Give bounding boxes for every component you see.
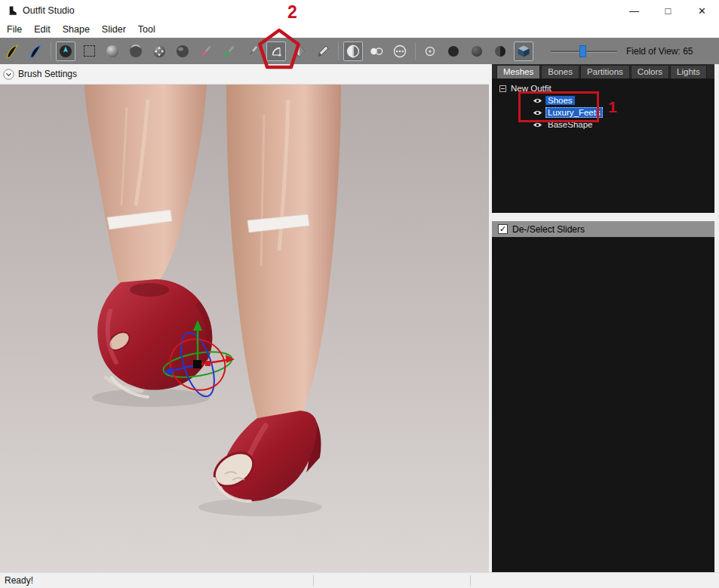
xmirror-toggle-icon[interactable] (343, 42, 363, 61)
mesh-tree-panel: New Outfit Shoes Luxury_Feets (492, 79, 714, 213)
tree-node-luxury-feets[interactable]: Luxury_Feets (499, 106, 714, 119)
statusbar-separator (470, 575, 471, 586)
tree-node-shoes[interactable]: Shoes (499, 94, 714, 106)
alpha-brush-icon[interactable] (243, 42, 263, 61)
app-icon (7, 5, 18, 17)
chevron-down-icon[interactable] (3, 69, 14, 80)
maximize-button[interactable]: □ (651, 0, 685, 21)
tab-colors[interactable]: Colors (631, 65, 669, 79)
cube-icon[interactable] (514, 42, 533, 61)
menu-slider[interactable]: Slider (96, 24, 132, 35)
eye-icon[interactable] (533, 109, 542, 116)
tab-partitions[interactable]: Partitions (580, 65, 630, 79)
menu-bar: File Edit Shape Slider Tool (0, 21, 719, 38)
collapse-icon[interactable] (499, 85, 506, 92)
window-title: Outfit Studio (23, 5, 75, 16)
mesh-label-luxury-feets[interactable]: Luxury_Feets (545, 107, 603, 118)
panel-tabs: Meshes Bones Partitions Colors Lights (492, 64, 714, 79)
outfit-studio-window: Outfit Studio — □ ✕ File Edit Shape Slid… (0, 0, 719, 588)
transform-tool-icon[interactable] (266, 42, 286, 61)
shaded-circle-icon[interactable] (467, 42, 487, 61)
gizmo-x-handle (205, 361, 210, 366)
move-brush-icon[interactable] (149, 42, 169, 61)
fov-slider[interactable] (551, 42, 617, 61)
eye-icon[interactable] (533, 97, 542, 104)
minimize-button[interactable]: — (617, 0, 651, 21)
tab-meshes[interactable]: Meshes (496, 65, 540, 79)
ring-dot-icon[interactable] (420, 42, 440, 61)
eye-icon[interactable] (533, 122, 542, 128)
deselect-sliders-header: ✓ De-/Select Sliders (492, 221, 714, 237)
render-scene (0, 85, 489, 572)
close-button[interactable]: ✕ (685, 0, 719, 21)
viewport-3d[interactable] (0, 85, 489, 572)
tab-bones[interactable]: Bones (541, 65, 579, 79)
statusbar-separator (313, 575, 314, 586)
fov-label: Field of View: 65 (626, 46, 693, 57)
toolbar-separator (51, 42, 51, 60)
brush-stroke-blue-icon[interactable] (26, 42, 45, 61)
twin-circles-icon[interactable] (367, 42, 386, 61)
deselect-sliders-checkbox[interactable]: ✓ (498, 224, 508, 234)
dotted-circle-icon[interactable] (390, 42, 410, 61)
brush-settings-label: Brush Settings (18, 69, 77, 79)
tree-root-label: New Outfit (511, 84, 552, 93)
menu-edit[interactable]: Edit (28, 24, 57, 35)
menu-tool[interactable]: Tool (132, 24, 161, 35)
menu-shape[interactable]: Shape (57, 24, 96, 35)
toolbar-separator (415, 42, 416, 60)
tree-node-baseshape[interactable]: BaseShape (499, 119, 714, 131)
sliders-list-area[interactable] (492, 237, 714, 572)
menu-file[interactable]: File (1, 24, 28, 35)
smooth-brush-icon[interactable] (173, 42, 192, 61)
solid-circle-icon[interactable] (444, 42, 463, 61)
toolbar-separator (338, 42, 339, 60)
navigate-sphere-icon[interactable] (56, 42, 75, 61)
fov-slider-thumb[interactable] (579, 45, 586, 57)
flip-edge-icon[interactable] (290, 42, 309, 61)
right-column: Meshes Bones Partitions Colors Lights Ne… (492, 64, 719, 572)
panel-gap (492, 213, 714, 221)
left-shoe-shadow (92, 389, 210, 407)
deflate-brush-icon[interactable] (126, 42, 146, 61)
main-content: Brush Settings (0, 64, 719, 572)
half-circle-icon[interactable] (490, 42, 510, 61)
inflate-brush-icon[interactable] (103, 42, 122, 61)
tab-lights[interactable]: Lights (670, 65, 707, 79)
deselect-sliders-label: De-/Select Sliders (512, 224, 585, 235)
brush-stroke-dark-icon[interactable] (2, 42, 22, 61)
title-bar: Outfit Studio — □ ✕ (0, 0, 719, 21)
right-shoe-shadow (198, 498, 322, 516)
marquee-select-icon[interactable] (79, 42, 99, 61)
gizmo-center-handle (193, 360, 201, 368)
weight-paint-brush-icon[interactable] (220, 42, 239, 61)
brush-settings-header[interactable]: Brush Settings (0, 64, 489, 85)
status-text: Ready! (5, 575, 33, 586)
toolbar: Field of View: 65 (0, 38, 719, 64)
color-paint-brush-icon[interactable] (196, 42, 216, 61)
tree-node-new-outfit[interactable]: New Outfit (499, 82, 714, 94)
pen-icon[interactable] (313, 42, 333, 61)
window-controls: — □ ✕ (617, 0, 719, 21)
status-bar: Ready! (0, 572, 719, 588)
mesh-label-shoes[interactable]: Shoes (545, 96, 575, 105)
left-column: Brush Settings (0, 64, 489, 572)
mesh-label-baseshape[interactable]: BaseShape (545, 120, 595, 129)
